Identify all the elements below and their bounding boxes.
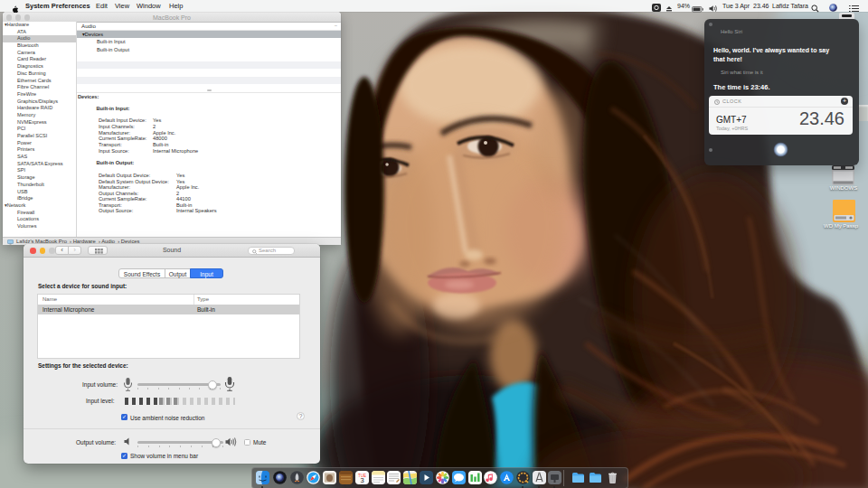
svg-text:3: 3 (360, 476, 363, 484)
